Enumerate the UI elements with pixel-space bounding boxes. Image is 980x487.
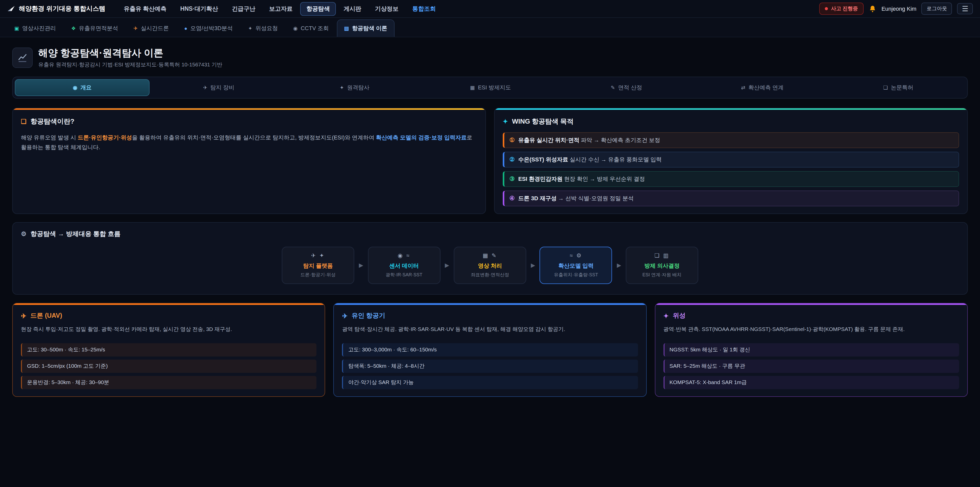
purpose-item-3: ③ ESI 환경민감자원 현장 확인 → 방제 우선순위 결정: [503, 171, 959, 187]
tab-label: 개요: [80, 84, 92, 91]
platform-icons: ✈ ✦: [285, 252, 351, 259]
main-nav: 유출유 확산예측 HNS·대기확산 긴급구난 보고자료 항공탐색 게시판 기상정…: [118, 2, 442, 16]
subnav-item-satellite-request[interactable]: ✦ 위성요청: [241, 19, 285, 37]
tab-label: 면적 산정: [618, 84, 642, 91]
flow-step-label: 영상 처리: [457, 262, 523, 270]
tab-detection-equipment[interactable]: ✈ 탐지 장비: [152, 79, 286, 96]
analysis-icon: ❖: [71, 26, 76, 31]
tab-remote-sensing[interactable]: ✦ 원격탐사: [288, 79, 422, 96]
pencil-icon: ✎: [611, 85, 615, 90]
subnav-item-cctv[interactable]: ◉ CCTV 조회: [286, 19, 336, 37]
subnav-item-aerial-search-theory[interactable]: ▤ 항공탐색 이론: [337, 19, 394, 37]
subnav-item-image-management[interactable]: ▣ 영상사진관리: [7, 19, 63, 37]
aircraft-spec-altitude-speed: 고도: 300–3,000m · 속도: 60–150m/s: [342, 343, 638, 356]
hamburger-menu-button[interactable]: ☰: [957, 3, 973, 14]
section-tab-bar: ◉ 개요 ✈ 탐지 장비 ✦ 원격탐사 ▦ ESI 방제지도 ✎ 면적 산정 ⇄…: [12, 77, 968, 99]
wing-logo-icon: [7, 5, 15, 13]
body-text: 해양 유류오염 발생 시: [21, 134, 78, 141]
aircraft-card-title-text: 유인 항공기: [352, 311, 385, 320]
arrow-right-icon: ▶: [359, 262, 363, 269]
subnav-item-oil-area-analysis[interactable]: ❖ 유출유면적분석: [64, 19, 125, 37]
subnav-item-pollution-ship-3d[interactable]: ● 오염/선박3D분석: [177, 19, 240, 37]
flow-diagram: ✈ ✦ 탐지 플랫폼 드론·항공기·위성 ▶ ◉ ≈ 센서 데이터 광학·IR·…: [21, 247, 959, 284]
item-number: ③: [509, 175, 515, 182]
satellite-icon: ✦: [663, 312, 669, 320]
item-bold: ESI 환경민감자원: [518, 176, 563, 182]
flow-step-label: 탐지 플랫폼: [285, 262, 351, 270]
flow-step-sensor-data: ◉ ≈ 센서 데이터 광학·IR·SAR·SST: [368, 247, 440, 284]
drone-card-description: 현장 즉시 투입·저고도 정밀 촬영. 광학·적외선 카메라 탑재, 실시간 영…: [21, 325, 317, 340]
flow-step-model-input: ≈ ⚙ 확산모델 입력 유출위치·유출량·SST: [540, 247, 612, 284]
tab-papers-patents[interactable]: ❏ 논문특허: [831, 79, 965, 96]
document-icon: ❏: [883, 85, 888, 90]
flow-title-text: 항공탐색 → 방제대응 통합 흐름: [30, 230, 121, 238]
item-bold: 유출유 실시간 위치·면적: [518, 137, 579, 143]
tab-label: 확산예측 연계: [748, 84, 783, 91]
drone-icon: ✈: [21, 312, 26, 320]
sub-navigation-bar: ▣ 영상사진관리 ❖ 유출유면적분석 ✈ 실시간드론 ● 오염/선박3D분석 ✦…: [0, 18, 980, 37]
tab-esi-map[interactable]: ▦ ESI 방제지도: [424, 79, 558, 96]
aircraft-spec-sar-capability: 야간·악기상 SAR 탐지 가능: [342, 376, 638, 389]
plane-icon: ✈: [342, 312, 348, 320]
image-icon: ▣: [14, 26, 19, 31]
satellite-icon: ✦: [248, 26, 252, 31]
subnav-item-realtime-drone[interactable]: ✈ 실시간드론: [126, 19, 176, 37]
nav-item-emergency-rescue[interactable]: 긴급구난: [226, 2, 262, 16]
map-icon: ▦: [470, 85, 475, 90]
nav-item-integrated-search[interactable]: 통합조회: [406, 2, 442, 16]
flow-step-sub: ESI 연계·자원 배치: [629, 272, 695, 278]
subnav-label: 위성요청: [256, 24, 278, 32]
nav-item-weather[interactable]: 기상정보: [369, 2, 405, 16]
nav-item-hns-diffusion[interactable]: HNS·대기확산: [174, 2, 224, 16]
model-icons: ≈ ⚙: [543, 252, 609, 259]
drone-icon: ✈: [134, 26, 138, 31]
orange-accent-line: [13, 303, 325, 305]
aircraft-card-title: ✈ 유인 항공기: [342, 311, 638, 320]
tab-label: 탐지 장비: [210, 84, 234, 91]
clipboard-icon: ❏: [21, 118, 27, 125]
notification-bell-icon[interactable]: [869, 5, 877, 13]
item-rest: 파악 → 확산예측 초기조건 보정: [579, 137, 660, 143]
page-subtitle: 유출유 원격탐지·항공감시 기법·ESI 방제정보지도·등록특허 10-1567…: [38, 61, 222, 69]
chart-icon: ▤: [344, 26, 349, 31]
flow-step-sub: 드론·항공기·위성: [285, 272, 351, 278]
blue-accent-line: [334, 303, 646, 305]
item-rest: 실시간 수신 → 유출유 풍화모델 입력: [568, 156, 662, 163]
aircraft-spec-swath-endurance: 탐색폭: 5–50km · 체공: 4–8시간: [342, 359, 638, 373]
item-number: ②: [509, 156, 515, 163]
ship-3d-icon: ●: [184, 26, 187, 31]
subnav-label: 실시간드론: [141, 24, 169, 32]
flow-step-detection-platform: ✈ ✦ 탐지 플랫폼 드론·항공기·위성: [282, 247, 354, 284]
item-number: ④: [509, 195, 515, 202]
drone-spec-gsd: GSD: 1–5cm/px (100m 고도 기준): [21, 359, 317, 373]
nav-item-reports[interactable]: 보고자료: [263, 2, 299, 16]
satellite-spec-ngsst: NGSST: 5km 해상도 · 일 1회 갱신: [663, 343, 959, 356]
sensor-icons: ◉ ≈: [371, 252, 437, 259]
flow-step-response-decision: ❏ ▥ 방제 의사결정 ESI 연계·자원 배치: [626, 247, 698, 284]
purpose-list: ① 유출유 실시간 위치·면적 파악 → 확산예측 초기조건 보정 ② 수온(S…: [503, 132, 959, 206]
subnav-label: 유출유면적분석: [79, 24, 118, 32]
tab-area-calculation[interactable]: ✎ 면적 산정: [559, 79, 694, 96]
nav-item-board[interactable]: 게시판: [338, 2, 368, 16]
item-number: ①: [509, 136, 515, 144]
nav-item-aerial-search[interactable]: 항공탐색: [301, 2, 336, 16]
arrow-right-icon: ▶: [445, 262, 449, 269]
flow-step-label: 센서 데이터: [371, 262, 437, 270]
app-window: 해양환경 위기대응 통합시스템 유출유 확산예측 HNS·대기확산 긴급구난 보…: [0, 0, 980, 487]
nav-item-oil-spill-prediction[interactable]: 유출유 확산예측: [118, 2, 172, 16]
satellite-card-description: 광역·반복 관측. SST(NOAA AVHRR·NGSST)·SAR(Sent…: [663, 325, 959, 340]
drone-spec-altitude-speed: 고도: 30–500m · 속도: 15–25m/s: [21, 343, 317, 356]
tab-prediction-link[interactable]: ⇄ 확산예측 연계: [695, 79, 829, 96]
purpose-card-title-text: WING 항공탐색 목적: [512, 117, 573, 126]
wing-purpose-card: ✦ WING 항공탐색 목적 ① 유출유 실시간 위치·면적 파악 → 확산예측…: [494, 108, 968, 214]
tab-overview[interactable]: ◉ 개요: [15, 79, 150, 96]
what-card-body: 해양 유류오염 발생 시 드론·유인항공기·위성을 활용하여 유출유의 위치·면…: [21, 133, 477, 152]
gear-icon: ⚙: [21, 231, 27, 238]
plane-icon: ✈: [203, 85, 207, 90]
incident-status-badge[interactable]: 사고 진행중: [819, 3, 864, 15]
main-content: 해양 항공탐색·원격탐사 이론 유출유 원격탐지·항공감시 기법·ESI 방제정…: [0, 37, 980, 397]
purpose-item-1: ① 유출유 실시간 위치·면적 파악 → 확산예측 초기조건 보정: [503, 132, 959, 148]
item-rest: 현장 확인 → 방제 우선순위 결정: [563, 176, 645, 182]
logout-button[interactable]: 로그아웃: [921, 3, 952, 15]
incident-badge-label: 사고 진행중: [831, 5, 858, 12]
